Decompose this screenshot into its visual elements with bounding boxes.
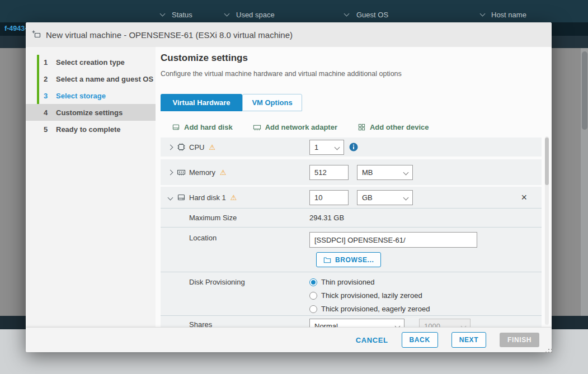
memory-size-input[interactable] bbox=[309, 165, 349, 180]
radio-label: Thick provisioned, lazily zeroed bbox=[321, 291, 422, 300]
tab-vm-options[interactable]: VM Options bbox=[242, 94, 302, 111]
add-hard-disk-label: Add hard disk bbox=[184, 123, 233, 131]
hard-disk-row: Hard disk 1 ⚠ GB × bbox=[161, 187, 542, 208]
add-network-adapter-label: Add network adapter bbox=[265, 123, 337, 131]
disk-size-input[interactable] bbox=[309, 190, 349, 205]
radio-selected-icon bbox=[309, 278, 317, 286]
step-3-select-storage[interactable]: 3 Select storage bbox=[26, 87, 156, 104]
radio-icon bbox=[309, 305, 317, 313]
page-scrollbar-thumb[interactable] bbox=[582, 51, 587, 130]
resize-grip[interactable] bbox=[548, 349, 549, 350]
dialog-footer: CANCEL BACK NEXT FINISH bbox=[26, 327, 552, 352]
browse-label: BROWSE... bbox=[335, 256, 374, 264]
wizard-content: Customize settings Configure the virtual… bbox=[161, 47, 542, 327]
browse-button[interactable]: BROWSE... bbox=[316, 252, 381, 267]
next-button[interactable]: NEXT bbox=[451, 332, 486, 348]
content-scrollbar-thumb[interactable] bbox=[545, 138, 549, 185]
memory-label: Memory bbox=[189, 168, 215, 177]
radio-thin-provisioned[interactable]: Thin provisioned bbox=[309, 277, 374, 287]
add-other-device-link[interactable]: Add other device bbox=[357, 123, 429, 131]
column-guest-os[interactable]: Guest OS bbox=[356, 11, 388, 19]
hardware-options-tabs: Virtual Hardware VM Options bbox=[161, 94, 302, 111]
step-number: 5 bbox=[44, 125, 48, 134]
vm-name-link[interactable]: f-4943- bbox=[4, 25, 27, 32]
wizard-steps: 1 Select creation type 2 Select a name a… bbox=[26, 47, 156, 327]
chevron-down-icon[interactable] bbox=[480, 11, 486, 17]
info-icon bbox=[349, 143, 358, 152]
hard-disk-label: Hard disk 1 bbox=[189, 193, 226, 202]
shares-value-select: 1000 bbox=[419, 319, 471, 327]
add-other-device-label: Add other device bbox=[370, 123, 429, 131]
add-device-toolbar: Add hard disk Add network adapter Add ot… bbox=[161, 118, 429, 136]
page-subtitle: Configure the virtual machine hardware a… bbox=[161, 70, 402, 78]
step-label: Ready to complete bbox=[56, 125, 121, 134]
dialog-titlebar: New virtual machine - OPENSENSE-61 (ESXi… bbox=[26, 22, 552, 47]
step-number: 2 bbox=[44, 75, 48, 83]
chevron-down-icon[interactable] bbox=[160, 11, 166, 17]
background-table-header: Status Used space Guest OS Host name bbox=[0, 0, 588, 22]
step-number: 3 bbox=[44, 92, 48, 100]
dialog-title: New virtual machine - OPENSENSE-61 (ESXi… bbox=[46, 30, 293, 40]
memory-unit-value: MB bbox=[362, 168, 373, 177]
location-label: Location bbox=[189, 234, 217, 242]
other-device-icon bbox=[357, 123, 366, 131]
step-4-customize-settings[interactable]: 4 Customize settings bbox=[26, 104, 156, 121]
shares-label: Shares bbox=[189, 320, 212, 327]
maximum-size-value: 294.31 GB bbox=[309, 214, 344, 222]
back-button[interactable]: BACK bbox=[402, 332, 438, 348]
disk-unit-select[interactable]: GB bbox=[357, 190, 413, 205]
finish-button[interactable]: FINISH bbox=[500, 333, 539, 347]
step-1-select-creation-type[interactable]: 1 Select creation type bbox=[26, 54, 156, 70]
chevron-down-icon[interactable] bbox=[344, 11, 350, 17]
disk-unit-value: GB bbox=[362, 193, 373, 202]
network-adapter-icon bbox=[253, 123, 261, 131]
column-status[interactable]: Status bbox=[172, 11, 192, 19]
chevron-right-icon[interactable] bbox=[168, 144, 173, 150]
memory-unit-select[interactable]: MB bbox=[357, 165, 413, 180]
content-scrollbar[interactable] bbox=[545, 136, 549, 325]
hard-disk-group: Hard disk 1 ⚠ GB × Maximum Size bbox=[161, 187, 542, 327]
warning-icon: ⚠ bbox=[220, 169, 227, 176]
location-row: Location BROWSE... bbox=[161, 227, 542, 272]
page-title: Customize settings bbox=[161, 53, 248, 64]
chevron-down-icon[interactable] bbox=[168, 195, 173, 200]
dialog-body: 1 Select creation type 2 Select a name a… bbox=[26, 47, 552, 327]
maximum-size-label: Maximum Size bbox=[189, 214, 237, 222]
memory-row: Memory ⚠ MB bbox=[161, 159, 542, 185]
add-network-adapter-link[interactable]: Add network adapter bbox=[253, 123, 337, 131]
shares-value: Normal bbox=[314, 322, 338, 327]
memory-icon bbox=[177, 168, 186, 177]
location-input[interactable] bbox=[309, 232, 477, 248]
hardware-form: CPU ⚠ 1 Memory ⚠ bbox=[161, 138, 542, 327]
cpu-count-select[interactable]: 1 bbox=[309, 140, 344, 155]
maximum-size-row: Maximum Size 294.31 GB bbox=[161, 208, 542, 227]
shares-select[interactable]: Normal bbox=[309, 319, 404, 327]
chevron-down-icon[interactable] bbox=[224, 11, 230, 17]
step-label: Select creation type bbox=[56, 58, 125, 67]
tab-virtual-hardware[interactable]: Virtual Hardware bbox=[161, 94, 242, 111]
warning-icon: ⚠ bbox=[231, 194, 237, 201]
radio-label: Thick provisioned, eagerly zeroed bbox=[321, 305, 430, 313]
disk-provisioning-row: Disk Provisioning Thin provisioned Thick… bbox=[161, 272, 542, 315]
warning-icon: ⚠ bbox=[209, 144, 215, 151]
add-hard-disk-link[interactable]: Add hard disk bbox=[172, 123, 233, 131]
step-number: 4 bbox=[44, 108, 48, 117]
new-vm-wizard-dialog: New virtual machine - OPENSENSE-61 (ESXi… bbox=[26, 22, 552, 352]
cpu-count-value: 1 bbox=[314, 143, 318, 152]
step-label: Select storage bbox=[56, 92, 106, 100]
radio-icon bbox=[309, 292, 317, 300]
step-5-ready-to-complete[interactable]: 5 Ready to complete bbox=[26, 121, 156, 138]
radio-thick-lazily-zeroed[interactable]: Thick provisioned, lazily zeroed bbox=[309, 290, 422, 301]
page-scrollbar[interactable] bbox=[580, 48, 588, 316]
radio-thick-eagerly-zeroed[interactable]: Thick provisioned, eagerly zeroed bbox=[309, 304, 430, 314]
step-label: Customize settings bbox=[56, 108, 123, 117]
step-2-select-name-guest-os[interactable]: 2 Select a name and guest OS bbox=[26, 70, 156, 87]
hard-disk-icon bbox=[172, 123, 180, 131]
column-used-space[interactable]: Used space bbox=[236, 11, 275, 19]
cancel-button[interactable]: CANCEL bbox=[356, 336, 388, 344]
add-vm-icon bbox=[32, 30, 41, 39]
remove-hard-disk-icon[interactable]: × bbox=[521, 192, 527, 202]
shares-row: Shares Normal 1000 bbox=[161, 315, 542, 327]
column-host-name[interactable]: Host name bbox=[491, 11, 526, 19]
chevron-right-icon[interactable] bbox=[168, 169, 173, 175]
